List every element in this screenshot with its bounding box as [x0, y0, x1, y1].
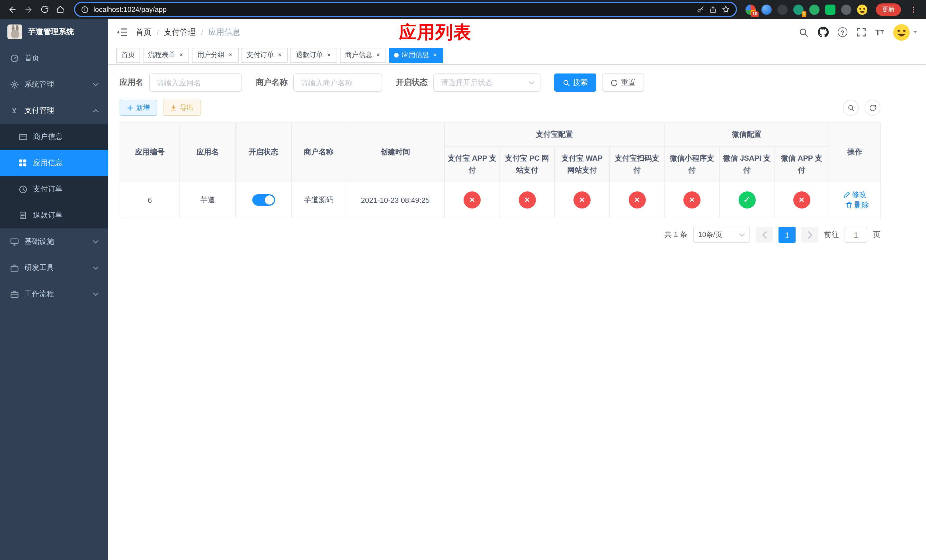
share-icon[interactable] — [709, 5, 717, 14]
tags-bar: 首页 流程表单 × 用户分组 × 支付订单 × 退款订单 × — [108, 45, 926, 65]
fullscreen-icon[interactable] — [856, 27, 866, 37]
app-title: 芋道管理系统 — [28, 27, 74, 37]
close-icon[interactable]: × — [277, 51, 283, 59]
wechat-jsapi-status-icon: ✓ — [738, 192, 755, 209]
tab-user-group[interactable]: 用户分组 × — [192, 48, 239, 62]
close-icon[interactable]: × — [326, 51, 332, 59]
col-wechat-app: 微信 APP 支付 — [774, 147, 829, 182]
reset-button[interactable]: 重置 — [602, 74, 644, 92]
browser-window: localhost:1024/pay/app 10 1 更新 — [0, 0, 926, 560]
sidebar-item-label: 支付管理 — [24, 105, 87, 116]
tab-home[interactable]: 首页 — [116, 48, 140, 62]
export-button[interactable]: 导出 — [163, 100, 201, 116]
gear-icon — [10, 80, 19, 89]
next-page-button[interactable] — [801, 227, 819, 243]
app-name-input[interactable] — [149, 74, 242, 92]
col-app-id: 应用编号 — [120, 123, 180, 182]
close-icon[interactable]: × — [178, 51, 184, 59]
payment-submenu: 商户信息 应用信息 支付订单 — [0, 124, 108, 229]
col-alipay-app: 支付宝 APP 支付 — [445, 147, 500, 182]
sidebar-item-infra[interactable]: 基础设施 — [0, 229, 108, 255]
col-group-alipay: 支付宝配置 — [445, 123, 664, 147]
sidebar-fold-icon[interactable] — [117, 28, 127, 36]
sidebar-item-app-info[interactable]: 应用信息 — [0, 150, 108, 176]
toggle-search-button[interactable] — [843, 100, 859, 116]
chevron-down-icon — [913, 31, 917, 35]
breadcrumb-payment[interactable]: 支付管理 — [164, 27, 196, 37]
sidebar-item-pay-orders[interactable]: 支付订单 — [0, 176, 108, 202]
tab-app-info[interactable]: 应用信息 × — [389, 48, 443, 62]
app-logo[interactable]: 芋道管理系统 — [0, 19, 108, 45]
edit-button[interactable]: 修改 — [843, 190, 867, 200]
tab-process-form[interactable]: 流程表单 × — [143, 48, 189, 62]
refresh-icon[interactable] — [38, 3, 51, 16]
sidebar-item-payment[interactable]: ¥ 支付管理 — [0, 97, 108, 124]
profile-avatar-icon[interactable] — [857, 4, 867, 15]
chrome-update-button[interactable]: 更新 — [876, 3, 901, 16]
browser-menu-icon[interactable] — [906, 3, 920, 16]
page-size-select[interactable]: 10条/页 — [693, 227, 750, 243]
extension-pinwheel-icon[interactable]: 10 — [746, 4, 756, 15]
delete-label: 删除 — [854, 200, 869, 210]
refresh-table-button[interactable] — [864, 100, 881, 116]
github-icon[interactable] — [817, 27, 828, 38]
url-text[interactable]: localhost:1024/pay/app — [94, 5, 166, 14]
plus-icon — [127, 104, 133, 111]
tab-refund-orders[interactable]: 退款订单 × — [291, 48, 337, 62]
add-button[interactable]: 新增 — [120, 100, 157, 116]
page-1-button[interactable]: 1 — [779, 227, 796, 243]
grid-icon — [18, 159, 27, 167]
extension-puzzle-icon[interactable] — [841, 4, 851, 15]
table-row: 6 芋道 芋道源码 2021-10-23 08:49:25 × × × — [120, 182, 881, 218]
sidebar-item-dev-tools[interactable]: 研发工具 — [0, 255, 108, 281]
extension-badge: 1 — [802, 11, 806, 17]
close-icon[interactable]: × — [375, 51, 381, 59]
address-bar[interactable]: localhost:1024/pay/app — [74, 2, 737, 17]
breadcrumb-separator: / — [157, 28, 159, 37]
sidebar-item-system[interactable]: 系统管理 — [0, 71, 108, 97]
search-button-label: 搜索 — [573, 77, 588, 88]
col-operations: 操作 — [829, 123, 881, 182]
help-icon[interactable]: ? — [837, 27, 847, 37]
breadcrumb: 首页 / 支付管理 / 应用信息 — [136, 27, 240, 37]
chevron-up-icon — [93, 109, 98, 112]
home-icon[interactable] — [53, 3, 67, 16]
search-icon[interactable] — [798, 27, 808, 37]
search-button[interactable]: 搜索 — [554, 74, 596, 92]
sidebar-item-refund-orders[interactable]: 退款订单 — [0, 202, 108, 229]
prev-page-button[interactable] — [756, 227, 773, 243]
extension-dark-icon[interactable] — [777, 4, 788, 15]
back-icon[interactable] — [6, 3, 20, 16]
password-key-icon[interactable] — [696, 5, 705, 14]
sidebar-item-label: 研发工具 — [24, 263, 87, 273]
sidebar-item-home[interactable]: 首页 — [0, 45, 108, 71]
site-info-icon[interactable] — [81, 5, 89, 14]
annotation-title: 应用列表 — [399, 20, 472, 44]
goto-page-input[interactable] — [844, 227, 867, 243]
enable-toggle[interactable] — [252, 195, 275, 206]
sidebar-item-workflow[interactable]: 工作流程 — [0, 281, 108, 307]
alipay-wap-status-icon: × — [573, 192, 590, 209]
bookmark-star-icon[interactable] — [722, 5, 730, 14]
merchant-name-input[interactable] — [293, 74, 382, 92]
close-icon[interactable]: × — [227, 51, 233, 59]
user-avatar[interactable] — [893, 24, 917, 41]
forward-icon[interactable] — [22, 3, 35, 16]
extension-blue-icon[interactable] — [761, 4, 772, 15]
tab-merchant-info[interactable]: 商户信息 × — [340, 48, 386, 62]
col-alipay-pc: 支付宝 PC 网站支付 — [500, 147, 554, 182]
extension-avatar-icon[interactable]: 1 — [793, 4, 803, 15]
cell-app-id: 6 — [120, 182, 180, 218]
status-select[interactable]: 请选择开启状态 — [433, 74, 540, 92]
close-icon[interactable]: × — [432, 51, 438, 59]
col-alipay-qr: 支付宝扫码支付 — [610, 147, 664, 182]
extension-green-square-icon[interactable] — [825, 4, 835, 15]
extension-wechat-icon[interactable] — [809, 4, 820, 15]
avatar-emoji-icon — [893, 24, 910, 41]
sidebar-item-merchant-info[interactable]: 商户信息 — [0, 124, 108, 150]
delete-button[interactable]: 删除 — [846, 200, 869, 210]
tab-pay-orders[interactable]: 支付订单 × — [242, 48, 288, 62]
breadcrumb-home[interactable]: 首页 — [136, 27, 151, 37]
font-size-icon[interactable]: TT — [875, 27, 884, 37]
col-app-name: 应用名 — [180, 123, 236, 182]
